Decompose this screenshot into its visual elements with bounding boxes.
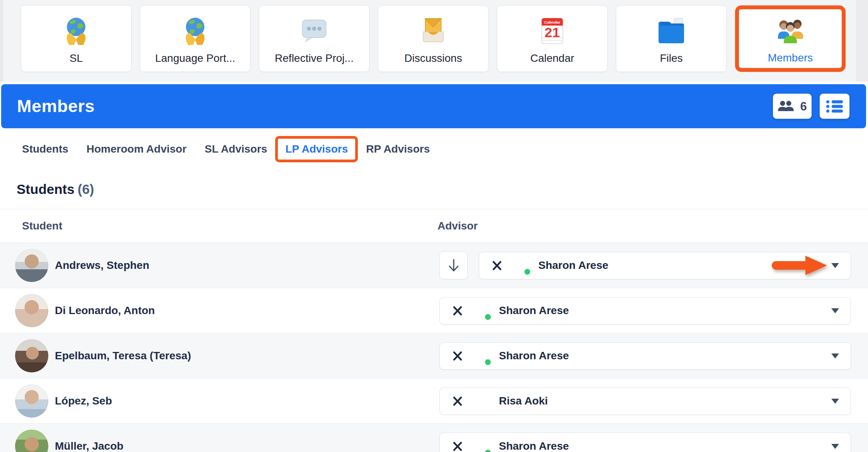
left-gutter xyxy=(0,0,3,82)
dropdown-caret-icon[interactable] xyxy=(831,399,839,404)
advisor-select[interactable]: Sharon Arese xyxy=(479,252,851,279)
members-tabs: Students Homeroom Advisor SL Advisors LP… xyxy=(0,128,868,155)
student-name: López, Seb xyxy=(55,395,112,407)
app-card-members[interactable]: Members xyxy=(735,5,846,72)
globe-in-hands-icon xyxy=(60,15,92,47)
online-status-dot xyxy=(484,358,492,366)
students-table: Student Advisor Andrews, Stephen xyxy=(0,209,868,452)
student-name: Di Leonardo, Anton xyxy=(55,304,155,317)
advisor-name: Sharon Arese xyxy=(499,440,569,452)
app-card-calendar[interactable]: Calendar 21 Calendar xyxy=(497,5,608,72)
svg-text:Calendar: Calendar xyxy=(544,20,560,24)
app-card-label: Calendar xyxy=(497,52,607,65)
app-card-label: Reflective Proj... xyxy=(259,52,369,65)
student-avatar xyxy=(15,384,48,418)
app-card-language-port[interactable]: Language Port... xyxy=(140,5,250,72)
app-card-label: Discussions xyxy=(378,52,488,65)
remove-advisor-icon[interactable] xyxy=(453,396,463,406)
advisor-select[interactable]: Sharon Arese xyxy=(439,297,851,325)
app-card-label: SL xyxy=(21,52,131,65)
envelope-icon xyxy=(417,15,449,47)
app-card-sl[interactable]: SL xyxy=(21,5,131,72)
dropdown-caret-icon[interactable] xyxy=(831,263,839,268)
people-count-icon xyxy=(778,100,795,113)
column-header-student: Student xyxy=(0,220,437,232)
people-group-icon xyxy=(774,15,806,47)
scrollbar-gutter xyxy=(856,0,868,82)
section-count: (6) xyxy=(78,182,94,197)
app-card-reflective-proj[interactable]: Reflective Proj... xyxy=(259,5,369,72)
student-avatar xyxy=(15,294,48,327)
app-card-label: Files xyxy=(616,52,726,65)
student-row: Di Leonardo, Anton Sharon Arese xyxy=(0,288,868,333)
student-row: Andrews, Stephen Sharon Arese xyxy=(0,243,868,288)
table-body: Andrews, Stephen Sharon Arese xyxy=(0,243,868,452)
remove-advisor-icon[interactable] xyxy=(453,351,463,361)
tab-lp-advisors[interactable]: LP Advisors xyxy=(275,136,358,162)
remove-advisor-icon[interactable] xyxy=(492,260,502,271)
app-card-files[interactable]: Files xyxy=(616,5,727,72)
advisor-name: Sharon Arese xyxy=(538,259,608,272)
app-card-label: Language Port... xyxy=(140,52,250,65)
online-status-dot xyxy=(523,268,531,276)
list-icon xyxy=(826,100,843,113)
speech-bubble-icon xyxy=(298,15,330,47)
folder-icon xyxy=(655,15,687,47)
member-count: 6 xyxy=(800,99,807,113)
student-name: Müller, Jacob xyxy=(55,440,123,452)
student-avatar xyxy=(15,249,48,282)
app-card-discussions[interactable]: Discussions xyxy=(378,5,488,72)
tab-rp-advisors[interactable]: RP Advisors xyxy=(366,143,430,155)
app-card-label: Members xyxy=(739,52,842,64)
dropdown-caret-icon[interactable] xyxy=(831,353,839,359)
column-header-advisor: Advisor xyxy=(437,220,868,232)
remove-advisor-icon[interactable] xyxy=(453,306,463,316)
advisor-select[interactable]: Risa Aoki xyxy=(439,387,851,415)
globe-in-hands-icon xyxy=(179,15,211,47)
student-row: Müller, Jacob Sharon Arese xyxy=(0,423,868,452)
online-status-dot xyxy=(484,313,492,321)
tab-students[interactable]: Students xyxy=(22,143,68,155)
app-cards: SL Language Port... Reflective Proj... D… xyxy=(21,5,846,72)
svg-text:21: 21 xyxy=(545,25,560,40)
student-name: Epelbaum, Teresa (Teresa) xyxy=(55,350,191,362)
copy-advisor-down-button[interactable] xyxy=(439,251,468,279)
arrow-down-icon xyxy=(447,258,460,273)
header-actions: 6 xyxy=(773,94,849,119)
advisor-select[interactable]: Sharon Arese xyxy=(439,342,851,370)
table-header: Student Advisor xyxy=(0,209,868,243)
online-status-dot xyxy=(484,449,492,452)
section-title-text: Students xyxy=(17,182,75,197)
advisor-name: Risa Aoki xyxy=(499,395,548,407)
tab-sl-advisors[interactable]: SL Advisors xyxy=(205,143,267,155)
advisor-name: Sharon Arese xyxy=(499,304,569,317)
student-row: Epelbaum, Teresa (Teresa) Sharon Arese xyxy=(0,333,868,378)
student-avatar xyxy=(15,430,48,452)
student-name: Andrews, Stephen xyxy=(55,259,149,272)
page-header-bar: Members 6 xyxy=(1,84,866,128)
advisor-name: Sharon Arese xyxy=(499,350,569,362)
student-row: López, Seb Risa Aoki xyxy=(0,378,868,423)
calendar-icon: Calendar 21 xyxy=(536,15,568,47)
section-title: Students(6) xyxy=(17,182,868,197)
dropdown-caret-icon[interactable] xyxy=(831,444,839,449)
page-title: Members xyxy=(17,96,95,116)
app-cards-strip: SL Language Port... Reflective Proj... D… xyxy=(0,0,868,82)
list-view-button[interactable] xyxy=(820,94,849,119)
student-avatar xyxy=(15,339,48,372)
remove-advisor-icon[interactable] xyxy=(453,441,463,452)
member-count-button[interactable]: 6 xyxy=(773,94,812,119)
tab-homeroom-advisor[interactable]: Homeroom Advisor xyxy=(87,143,187,155)
dropdown-caret-icon[interactable] xyxy=(831,308,839,313)
advisor-select[interactable]: Sharon Arese xyxy=(439,433,851,452)
